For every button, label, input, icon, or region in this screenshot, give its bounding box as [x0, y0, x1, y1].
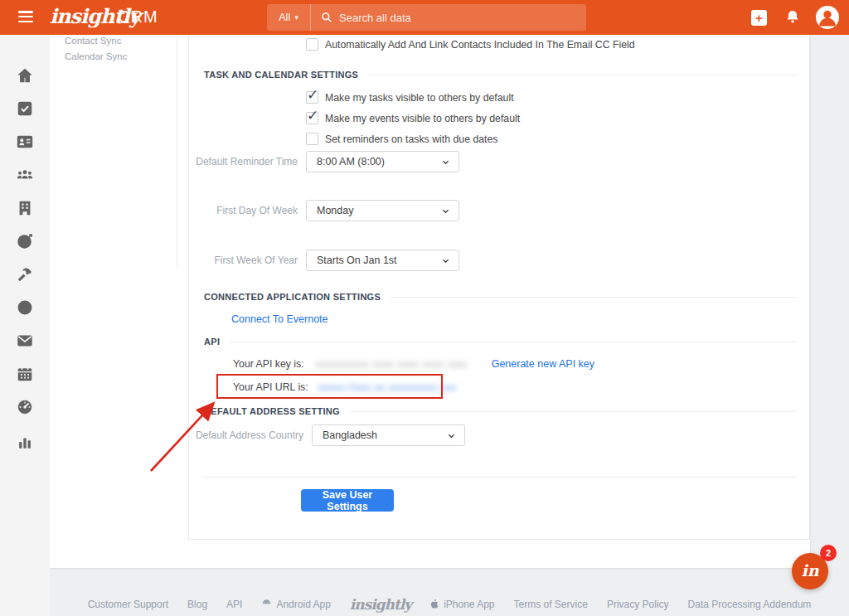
first-week-of-year-label: First Week Of Year — [115, 250, 298, 271]
subnav-item-calendar-sync[interactable]: Calendar Sync — [65, 51, 127, 61]
search-icon — [321, 12, 332, 23]
section-heading-default-address: DEFAULT ADDRESS SETTING — [204, 406, 797, 416]
tasks-visible-checkbox-row: Make my tasks visible to others by defau… — [306, 91, 514, 104]
section-heading-text: API — [204, 337, 220, 347]
footer-link-label: Android App — [276, 599, 330, 610]
leads-people-icon — [16, 166, 34, 184]
sidebar-item-calendar[interactable] — [16, 365, 34, 383]
sidebar-item-opportunities[interactable] — [16, 232, 34, 250]
section-heading-text: TASK AND CALENDAR SETTINGS — [204, 70, 358, 80]
events-visible-label: Make my events visible to others by defa… — [325, 112, 520, 125]
chevron-down-icon — [441, 158, 450, 167]
sidebar-item-email[interactable] — [16, 332, 34, 350]
default-address-country-label: Default Address Country — [121, 424, 303, 446]
task-check-icon — [16, 99, 34, 118]
android-icon — [261, 599, 272, 609]
first-week-of-year-select[interactable]: Starts On Jan 1st — [306, 250, 459, 271]
top-header: insightly CRM All ▾ — [0, 0, 849, 35]
heading-rule — [391, 297, 797, 298]
search-input[interactable] — [339, 12, 586, 24]
email-cc-checkbox[interactable] — [306, 38, 318, 51]
footer-link-api[interactable]: API — [226, 599, 242, 610]
chevron-down-icon — [441, 256, 450, 265]
api-key-redacted-value: xxxxxxxxxx xxxx xxxx xxxx xxxxxxxxxx — [316, 359, 467, 369]
api-key-row: Your API key is: xxxxxxxxxx xxxx xxxx xx… — [233, 358, 594, 370]
tasks-visible-checkbox[interactable] — [306, 91, 318, 104]
default-reminder-time-row: Default Reminder Time 8:00 AM (8:00) — [189, 151, 811, 172]
section-heading-task-calendar: TASK AND CALENDAR SETTINGS — [204, 70, 797, 80]
clock-icon — [16, 298, 34, 317]
footer-insightly-logo[interactable]: insightly — [350, 596, 411, 613]
bar-chart-icon — [16, 433, 34, 451]
chevron-down-icon — [441, 206, 450, 216]
sidebar-item-leads[interactable] — [16, 166, 34, 184]
chevron-down-icon — [447, 431, 456, 440]
first-week-of-year-row: First Week Of Year Starts On Jan 1st — [189, 250, 811, 271]
events-visible-checkbox[interactable] — [306, 112, 318, 124]
sidebar-item-reports[interactable] — [16, 433, 34, 451]
sidebar-item-organizations[interactable] — [16, 199, 34, 217]
hamburger-menu-icon[interactable] — [18, 11, 33, 24]
footer-link-customer-support[interactable]: Customer Support — [88, 599, 168, 610]
gauge-icon — [16, 398, 34, 416]
first-day-of-week-select[interactable]: Monday — [306, 200, 459, 221]
api-url-label: Your API URL is: — [233, 381, 308, 393]
chevron-down-icon: ▾ — [294, 13, 298, 22]
select-value: Starts On Jan 1st — [317, 255, 441, 266]
default-reminder-time-select[interactable]: 8:00 AM (8:00) — [306, 151, 459, 172]
first-day-of-week-row: First Day Of Week Monday — [189, 200, 811, 221]
footer-link-terms[interactable]: Terms of Service — [514, 599, 588, 610]
subnav-item-contact-sync[interactable]: Contact Sync — [65, 36, 121, 46]
home-icon — [16, 66, 34, 85]
envelope-icon — [16, 332, 34, 350]
generate-api-key-link[interactable]: Generate new API key — [492, 358, 594, 370]
chat-widget-logo: in — [801, 561, 818, 580]
footer-link-label: iPhone App — [444, 599, 494, 610]
add-new-button[interactable] — [751, 10, 767, 26]
page-footer: Customer Support Blog API Android App in… — [50, 592, 849, 616]
sidebar-item-projects[interactable] — [16, 265, 34, 284]
notifications-bell-icon[interactable] — [784, 9, 801, 26]
user-avatar[interactable] — [816, 6, 839, 29]
default-address-country-select[interactable]: Bangladesh — [312, 424, 465, 446]
global-search-bar: All ▾ — [267, 4, 586, 31]
section-heading-connected-apps: CONNECTED APPLICATION SETTINGS — [204, 292, 797, 302]
contact-card-icon — [16, 133, 34, 151]
footer-link-privacy[interactable]: Privacy Policy — [607, 599, 669, 610]
footer-link-iphone-app[interactable]: iPhone App — [430, 599, 494, 610]
save-user-settings-button[interactable]: Save User Settings — [301, 489, 394, 512]
section-heading-text: CONNECTED APPLICATION SETTINGS — [204, 292, 381, 302]
reminders-checkbox[interactable] — [306, 133, 318, 145]
heading-rule — [350, 411, 797, 412]
sidebar-item-tasks[interactable] — [16, 99, 34, 118]
building-icon — [16, 199, 34, 217]
footer-link-android-app[interactable]: Android App — [261, 599, 330, 610]
events-visible-checkbox-row: Make my events visible to others by defa… — [306, 112, 520, 125]
reminders-checkbox-row: Set reminders on tasks with due dates — [306, 133, 497, 146]
calendar-icon — [16, 365, 34, 383]
sidebar-item-dashboard[interactable] — [16, 398, 34, 416]
user-settings-card: Automatically Add And Link Contacts Incl… — [188, 35, 810, 540]
select-value: 8:00 AM (8:00) — [317, 156, 441, 167]
left-icon-sidebar — [0, 35, 50, 616]
sidebar-item-contacts[interactable] — [16, 133, 34, 151]
api-url-row: Your API URL is: xxxxx://xxx.xx.xxxxxxxx… — [233, 381, 455, 393]
section-heading-api: API — [204, 337, 797, 347]
hammer-icon — [16, 265, 34, 284]
heading-rule — [230, 342, 797, 342]
default-reminder-time-label: Default Reminder Time — [115, 151, 298, 172]
chat-notification-badge: 2 — [820, 545, 837, 561]
section-heading-text: DEFAULT ADDRESS SETTING — [204, 406, 340, 416]
settings-panel: Contact Sync Calendar Sync Automatically… — [50, 35, 810, 568]
email-cc-checkbox-label: Automatically Add And Link Contacts Incl… — [325, 38, 635, 51]
reminders-label: Set reminders on tasks with due dates — [325, 133, 497, 146]
api-key-label: Your API key is: — [233, 358, 304, 370]
crm-logo-suffix: CRM — [118, 7, 158, 27]
default-address-country-row: Default Address Country Bangladesh — [189, 424, 811, 446]
footer-link-dpa[interactable]: Data Processing Addendum — [688, 599, 812, 610]
search-scope-dropdown[interactable]: All ▾ — [267, 4, 310, 31]
sidebar-item-home[interactable] — [16, 66, 34, 85]
sidebar-item-activity[interactable] — [16, 298, 34, 317]
connect-evernote-link[interactable]: Connect To Evernote — [231, 313, 328, 325]
footer-link-blog[interactable]: Blog — [187, 599, 207, 610]
